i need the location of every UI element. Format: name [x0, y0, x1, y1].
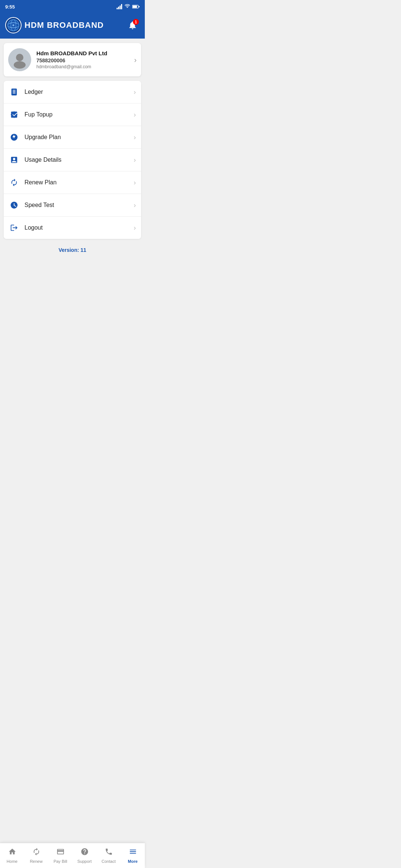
profile-phone: 7588200006: [36, 57, 131, 63]
profile-name: Hdm BROADBAND Pvt Ltd: [36, 50, 131, 56]
signal-icon: [117, 4, 123, 9]
header-logo: HDM BROADBAND: [5, 17, 104, 33]
status-time: 9:55: [5, 4, 15, 10]
fup-arrow-icon: ›: [134, 111, 136, 119]
wifi-icon: [124, 4, 130, 9]
logout-arrow-icon: ›: [134, 224, 136, 232]
svg-point-11: [16, 54, 23, 61]
renew-plan-label: Renew Plan: [25, 179, 134, 186]
profile-arrow-icon: ›: [134, 56, 137, 64]
svg-rect-6: [139, 6, 140, 7]
fup-icon: [9, 109, 19, 120]
menu-item-fup-topup[interactable]: Fup Topup ›: [4, 103, 141, 126]
usage-icon: [9, 155, 19, 165]
svg-point-12: [14, 61, 26, 69]
speed-arrow-icon: ›: [134, 201, 136, 209]
renew-icon: [9, 177, 19, 188]
battery-icon: [132, 4, 140, 9]
avatar: [8, 48, 31, 71]
profile-email: hdmbroadband@gmail.com: [36, 64, 131, 69]
profile-info: Hdm BROADBAND Pvt Ltd 7588200006 hdmbroa…: [36, 50, 131, 69]
renew-arrow-icon: ›: [134, 179, 136, 187]
notification-badge: 1: [133, 19, 139, 25]
menu-item-upgrade-plan[interactable]: Upgrade Plan ›: [4, 126, 141, 149]
svg-rect-2: [120, 6, 121, 9]
speed-icon: [9, 200, 19, 210]
logout-label: Logout: [25, 224, 134, 231]
profile-card[interactable]: Hdm BROADBAND Pvt Ltd 7588200006 hdmbroa…: [4, 43, 141, 76]
app-header: HDM BROADBAND 1: [0, 13, 145, 39]
logo-svg: [7, 19, 20, 32]
svg-point-10: [12, 24, 14, 26]
upgrade-icon: [9, 132, 19, 142]
ledger-icon: [9, 87, 19, 97]
header-title: HDM BROADBAND: [25, 20, 104, 30]
logo-icon: [5, 17, 22, 33]
menu-list: Ledger › Fup Topup › Upgrade Plan › Us: [4, 81, 141, 239]
menu-item-speed-test[interactable]: Speed Test ›: [4, 194, 141, 217]
fup-topup-label: Fup Topup: [25, 111, 134, 118]
svg-rect-1: [118, 7, 119, 9]
logout-icon: [9, 223, 19, 233]
avatar-svg: [11, 51, 29, 69]
version-text: Version: 11: [0, 239, 145, 257]
svg-rect-5: [133, 6, 137, 8]
menu-item-ledger[interactable]: Ledger ›: [4, 81, 141, 103]
menu-item-renew-plan[interactable]: Renew Plan ›: [4, 171, 141, 194]
svg-rect-3: [121, 4, 122, 9]
status-icons: [117, 4, 140, 9]
usage-arrow-icon: ›: [134, 156, 136, 164]
svg-rect-0: [117, 8, 118, 9]
usage-details-label: Usage Details: [25, 157, 134, 163]
menu-item-usage-details[interactable]: Usage Details ›: [4, 149, 141, 171]
menu-item-logout[interactable]: Logout ›: [4, 217, 141, 239]
upgrade-plan-label: Upgrade Plan: [25, 134, 134, 141]
status-bar: 9:55: [0, 0, 145, 13]
ledger-arrow-icon: ›: [134, 88, 136, 96]
ledger-label: Ledger: [25, 89, 134, 95]
speed-test-label: Speed Test: [25, 202, 134, 208]
notification-button[interactable]: 1: [125, 18, 140, 32]
upgrade-arrow-icon: ›: [134, 134, 136, 141]
